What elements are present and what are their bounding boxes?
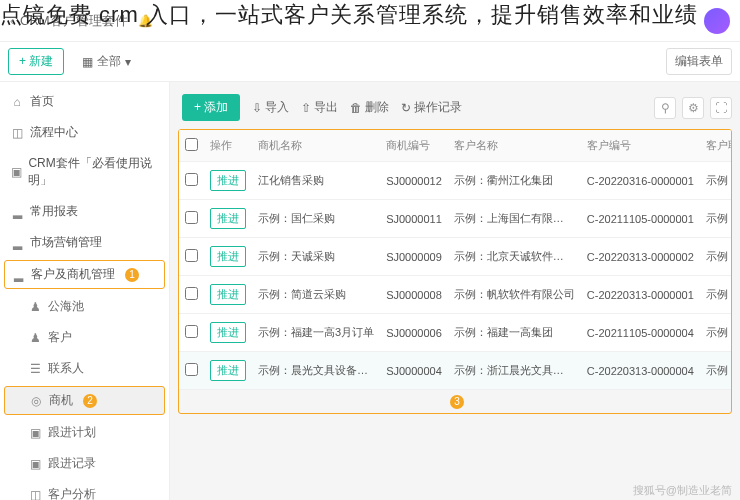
column-header: 客户联系人 — [700, 130, 732, 162]
push-button[interactable]: 推进 — [210, 322, 246, 343]
folder-icon: ▂ — [10, 205, 24, 219]
column-header: 客户名称 — [448, 130, 581, 162]
tab-all[interactable]: ▦ 全部 ▾ — [72, 49, 141, 74]
sidebar-item[interactable]: ◫客户分析 — [0, 479, 169, 500]
search-icon[interactable]: ⚙ — [682, 97, 704, 119]
cell-code: SJ0000006 — [380, 314, 448, 352]
sidebar-item[interactable]: ▣跟进记录 — [0, 448, 169, 479]
sidebar-item-label: 联系人 — [48, 360, 84, 377]
push-button[interactable]: 推进 — [210, 170, 246, 191]
sidebar-item[interactable]: ☰联系人 — [0, 353, 169, 384]
log-button[interactable]: ↻ 操作记录 — [401, 99, 462, 116]
push-button[interactable]: 推进 — [210, 360, 246, 381]
delete-button[interactable]: 🗑 删除 — [350, 99, 389, 116]
sidebar-item[interactable]: ♟公海池 — [0, 291, 169, 322]
add-button[interactable]: + 添加 — [182, 94, 240, 121]
cell-contact: 示例：刘晨 — [700, 352, 732, 390]
cell-name: 江化销售采购 — [252, 162, 380, 200]
sidebar-item-label: 商机 — [49, 392, 73, 409]
filter-icon[interactable]: ⚲ — [654, 97, 676, 119]
folder-icon: ☰ — [28, 362, 42, 376]
sidebar-item-label: 客户 — [48, 329, 72, 346]
sidebar-item-label: 跟进记录 — [48, 455, 96, 472]
folder-icon: ◎ — [29, 394, 43, 408]
column-header: 商机编号 — [380, 130, 448, 162]
push-button[interactable]: 推进 — [210, 208, 246, 229]
sidebar-item-label: 跟进计划 — [48, 424, 96, 441]
select-all-checkbox[interactable] — [185, 138, 198, 151]
folder-icon: ▂ — [11, 268, 25, 282]
row-checkbox[interactable] — [185, 173, 198, 186]
row-checkbox[interactable] — [185, 325, 198, 338]
cell-customer: 示例：上海国仁有限… — [448, 200, 581, 238]
data-table: 操作商机名称商机编号客户名称客户编号客户联系人 推进 江化销售采购 SJ0000… — [179, 130, 732, 390]
avatar[interactable] — [704, 8, 730, 34]
sidebar-item[interactable]: ♟客户 — [0, 322, 169, 353]
table-badge-row: 3 — [179, 390, 731, 413]
cell-customer: 示例：帆软软件有限公司 — [448, 276, 581, 314]
table-row[interactable]: 推进 示例：天诚采购 SJ0000009 示例：北京天诚软件… C-202203… — [179, 238, 732, 276]
cell-code: SJ0000011 — [380, 200, 448, 238]
import-button[interactable]: ⇩ 导入 — [252, 99, 289, 116]
sidebar-item[interactable]: ▣CRM套件「必看使用说明」 — [0, 148, 169, 196]
cell-code: SJ0000008 — [380, 276, 448, 314]
table-wrap: 操作商机名称商机编号客户名称客户编号客户联系人 推进 江化销售采购 SJ0000… — [178, 129, 732, 414]
push-button[interactable]: 推进 — [210, 246, 246, 267]
sidebar-item[interactable]: ▂市场营销管理 — [0, 227, 169, 258]
sidebar: ⌂首页◫流程中心▣CRM套件「必看使用说明」▂常用报表▂市场营销管理▂客户及商机… — [0, 82, 170, 500]
table-row[interactable]: 推进 示例：简道云采购 SJ0000008 示例：帆软软件有限公司 C-2022… — [179, 276, 732, 314]
folder-icon: ▣ — [10, 165, 22, 179]
cell-customer: 示例：福建一高集团 — [448, 314, 581, 352]
watermark: 搜狐号@制造业老简 — [633, 483, 732, 498]
expand-icon[interactable]: ⛶ — [710, 97, 732, 119]
edit-form-button[interactable]: 编辑表单 — [666, 48, 732, 75]
column-header: 商机名称 — [252, 130, 380, 162]
sidebar-item[interactable]: ◫流程中心 — [0, 117, 169, 148]
cell-contact: 示例：王立 — [700, 276, 732, 314]
content: + 添加 ⇩ 导入 ⇧ 导出 🗑 删除 ↻ 操作记录 ⚲ ⚙ ⛶ 操作商机名称商… — [170, 82, 740, 500]
cell-customer: 示例：浙江晨光文具… — [448, 352, 581, 390]
grid-icon: ▦ — [82, 55, 93, 69]
table-row[interactable]: 推进 江化销售采购 SJ0000012 示例：衢州江化集团 C-20220316… — [179, 162, 732, 200]
folder-icon: ◫ — [28, 488, 42, 501]
sidebar-item-label: 市场营销管理 — [30, 234, 102, 251]
cell-name: 示例：天诚采购 — [252, 238, 380, 276]
row-checkbox[interactable] — [185, 287, 198, 300]
folder-icon: ♟ — [28, 300, 42, 314]
toolbar: + 添加 ⇩ 导入 ⇧ 导出 🗑 删除 ↻ 操作记录 ⚲ ⚙ ⛶ — [178, 90, 732, 129]
table-row[interactable]: 推进 示例：福建一高3月订单 SJ0000006 示例：福建一高集团 C-202… — [179, 314, 732, 352]
cell-customer: 示例：北京天诚软件… — [448, 238, 581, 276]
cell-customer-num: C-20220313-0000001 — [581, 276, 700, 314]
table-row[interactable]: 推进 示例：国仁采购 SJ0000011 示例：上海国仁有限… C-202111… — [179, 200, 732, 238]
badge: 2 — [83, 394, 97, 408]
new-button[interactable]: + 新建 — [8, 48, 64, 75]
row-checkbox[interactable] — [185, 363, 198, 376]
folder-icon: ◫ — [10, 126, 24, 140]
row-checkbox[interactable] — [185, 211, 198, 224]
chevron-down-icon: ▾ — [125, 55, 131, 69]
badge: 1 — [125, 268, 139, 282]
cell-customer-num: C-20220316-0000001 — [581, 162, 700, 200]
tab-all-label: 全部 — [97, 53, 121, 70]
cell-name: 示例：简道云采购 — [252, 276, 380, 314]
table-row[interactable]: 推进 示例：晨光文具设备… SJ0000004 示例：浙江晨光文具… C-202… — [179, 352, 732, 390]
sidebar-item-label: 流程中心 — [30, 124, 78, 141]
push-button[interactable]: 推进 — [210, 284, 246, 305]
delete-label: 删除 — [365, 99, 389, 116]
sidebar-item-label: 常用报表 — [30, 203, 78, 220]
column-header: 客户编号 — [581, 130, 700, 162]
sidebar-item-label: 公海池 — [48, 298, 84, 315]
sidebar-item[interactable]: ◎商机2 — [4, 386, 165, 415]
main: ⌂首页◫流程中心▣CRM套件「必看使用说明」▂常用报表▂市场营销管理▂客户及商机… — [0, 82, 740, 500]
cell-customer-num: C-20211105-0000004 — [581, 314, 700, 352]
log-label: 操作记录 — [414, 99, 462, 116]
import-label: 导入 — [265, 99, 289, 116]
sidebar-item[interactable]: ⌂首页 — [0, 86, 169, 117]
sidebar-item[interactable]: ▂客户及商机管理1 — [4, 260, 165, 289]
row-checkbox[interactable] — [185, 249, 198, 262]
sidebar-item[interactable]: ▂常用报表 — [0, 196, 169, 227]
export-button[interactable]: ⇧ 导出 — [301, 99, 338, 116]
sidebar-item-label: 客户及商机管理 — [31, 266, 115, 283]
cell-name: 示例：国仁采购 — [252, 200, 380, 238]
sidebar-item[interactable]: ▣跟进计划 — [0, 417, 169, 448]
